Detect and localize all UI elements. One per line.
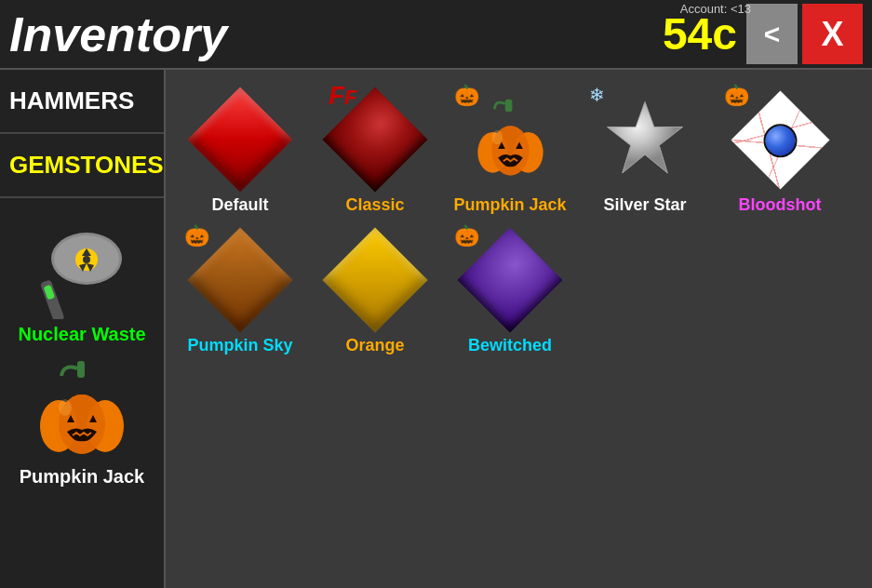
hammer-name: Nuclear Waste [18,324,145,345]
svg-point-5 [83,256,90,263]
svg-point-13 [59,399,72,416]
gem-orange[interactable]: Orange [315,229,436,355]
gem-bewitched-label: Bewitched [468,336,552,355]
close-button[interactable]: X [802,4,863,64]
gem-bewitched-icon: 🎃 [459,229,561,331]
svg-rect-14 [504,99,512,111]
sidebar-hammers-label: HAMMERS [9,87,134,114]
sidebar-gemstones-label: GEMSTONES [9,151,164,179]
pumpkin-badge-pumpkinjack: 🎃 [454,84,479,108]
gem-pumpkin-sky[interactable]: 🎃 Pumpkin Sky [180,229,301,355]
gem-bloodshot[interactable]: 🎃 Bloodshot [719,88,840,215]
gem-default[interactable]: Default [180,88,301,215]
gem-pumpkinsky-icon: 🎃 [189,229,291,331]
gem-pumpkinjack-icon: 🎃 [459,88,561,191]
gem-bloodshot-icon: 🎃 [729,88,831,191]
gem-pumpkinjack-label: Pumpkin Jack [453,195,566,215]
hammer-icon [17,207,147,319]
gem-orange-icon [324,229,426,331]
svg-point-21 [491,130,502,144]
back-button[interactable]: < [746,4,798,64]
pumpkin-badge-bloodshot: 🎃 [724,84,749,108]
gem-classic-icon: FF [324,88,426,191]
gem-pumpkin-jack[interactable]: 🎃 Pumpkin Jack [449,88,570,215]
gem-bloodshot-label: Bloodshot [739,195,822,215]
inventory-title: Inventory [9,7,663,62]
pumpkin-badge-bewitched: 🎃 [454,224,479,248]
gem-pumpkinsky-label: Pumpkin Sky [187,336,292,355]
svg-marker-22 [608,102,683,174]
gem-silver-star[interactable]: ❄ Silver Star [584,88,705,215]
header: Inventory 54c < X Account: <13 [0,0,872,70]
diamond-gold-shape [322,227,427,332]
pumpkin-badge-pumpkinsky: 🎃 [184,224,209,248]
gem-classic[interactable]: FF Classic [315,88,436,215]
silver-star-shape [603,98,687,181]
account-label: Account: <13 [680,2,751,16]
gem-classic-label: Classic [345,195,404,215]
pumpkin-icon [21,359,142,461]
sidebar-hammer-content: Nuclear Waste Pumpkin Jack [0,198,164,497]
svg-rect-0 [40,279,65,319]
sidebar-item-gemstones[interactable]: GEMSTONES [0,134,164,198]
gem-orange-label: Orange [345,336,404,355]
gem-default-label: Default [211,195,268,215]
pumpkin-jack-gem-shape [466,96,555,184]
gem-default-icon [189,88,291,191]
gem-silverstar-label: Silver Star [603,195,686,215]
currency-display: 54c [663,8,737,60]
gem-bewitched[interactable]: 🎃 Bewitched [449,229,570,355]
gem-grid: Default FF Classic 🎃 [166,70,872,588]
svg-rect-6 [77,361,85,378]
diamond-red-shape [187,87,292,192]
gem-silverstar-icon: ❄ [594,88,696,191]
sidebar: HAMMERS GEMSTONES Nuclear Waste [0,70,166,588]
ff-badge: FF [329,81,357,111]
pumpkin-jack-sidebar-label: Pumpkin Jack [20,466,145,488]
snowflake-badge: ❄ [589,84,605,106]
sidebar-item-hammers[interactable]: HAMMERS [0,70,164,134]
